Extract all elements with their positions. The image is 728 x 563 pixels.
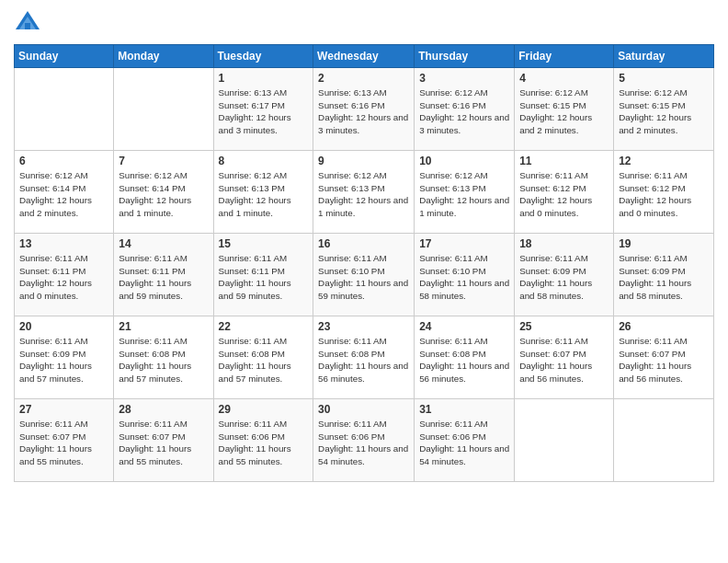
- day-number: 28: [119, 403, 208, 416]
- calendar-cell: 19Sunrise: 6:11 AM Sunset: 6:09 PM Dayli…: [614, 234, 714, 316]
- day-info: Sunrise: 6:12 AM Sunset: 6:13 PM Dayligh…: [318, 169, 409, 220]
- weekday-header-row: SundayMondayTuesdayWednesdayThursdayFrid…: [15, 45, 714, 68]
- day-info: Sunrise: 6:11 AM Sunset: 6:12 PM Dayligh…: [619, 169, 709, 220]
- day-info: Sunrise: 6:11 AM Sunset: 6:09 PM Dayligh…: [619, 252, 709, 303]
- calendar-cell: 30Sunrise: 6:11 AM Sunset: 6:06 PM Dayli…: [313, 399, 415, 482]
- calendar-cell: 22Sunrise: 6:11 AM Sunset: 6:08 PM Dayli…: [213, 316, 313, 399]
- day-info: Sunrise: 6:12 AM Sunset: 6:13 PM Dayligh…: [419, 169, 509, 220]
- day-info: Sunrise: 6:12 AM Sunset: 6:16 PM Dayligh…: [419, 86, 509, 137]
- day-number: 12: [619, 155, 709, 167]
- calendar-cell: 12Sunrise: 6:11 AM Sunset: 6:12 PM Dayli…: [614, 151, 714, 234]
- calendar-cell: 28Sunrise: 6:11 AM Sunset: 6:07 PM Dayli…: [114, 399, 213, 482]
- day-info: Sunrise: 6:11 AM Sunset: 6:08 PM Dayligh…: [119, 335, 208, 385]
- day-number: 26: [619, 320, 709, 333]
- day-info: Sunrise: 6:12 AM Sunset: 6:14 PM Dayligh…: [19, 169, 108, 220]
- svg-rect-2: [25, 23, 30, 29]
- day-info: Sunrise: 6:12 AM Sunset: 6:14 PM Dayligh…: [119, 169, 208, 220]
- day-info: Sunrise: 6:12 AM Sunset: 6:15 PM Dayligh…: [619, 86, 709, 137]
- calendar-cell: 10Sunrise: 6:12 AM Sunset: 6:13 PM Dayli…: [415, 151, 515, 234]
- calendar-cell: 1Sunrise: 6:13 AM Sunset: 6:17 PM Daylig…: [213, 68, 313, 151]
- day-info: Sunrise: 6:11 AM Sunset: 6:08 PM Dayligh…: [318, 335, 409, 385]
- day-info: Sunrise: 6:11 AM Sunset: 6:08 PM Dayligh…: [219, 335, 309, 385]
- day-number: 8: [219, 155, 309, 167]
- calendar-cell: [614, 399, 714, 482]
- calendar-cell: 21Sunrise: 6:11 AM Sunset: 6:08 PM Dayli…: [114, 316, 213, 399]
- day-number: 3: [419, 72, 509, 85]
- day-number: 9: [318, 155, 409, 167]
- day-info: Sunrise: 6:11 AM Sunset: 6:09 PM Dayligh…: [19, 335, 108, 385]
- calendar-cell: 25Sunrise: 6:11 AM Sunset: 6:07 PM Dayli…: [515, 316, 614, 399]
- weekday-header-saturday: Saturday: [614, 45, 714, 68]
- day-number: 19: [619, 237, 709, 250]
- weekday-header-thursday: Thursday: [415, 45, 515, 68]
- weekday-header-sunday: Sunday: [15, 45, 114, 68]
- day-info: Sunrise: 6:12 AM Sunset: 6:13 PM Dayligh…: [219, 169, 309, 220]
- day-number: 10: [419, 155, 509, 167]
- calendar-cell: 4Sunrise: 6:12 AM Sunset: 6:15 PM Daylig…: [515, 68, 614, 151]
- day-number: 6: [19, 155, 108, 167]
- calendar-cell: 15Sunrise: 6:11 AM Sunset: 6:11 PM Dayli…: [213, 234, 313, 316]
- calendar-cell: [515, 399, 614, 482]
- day-info: Sunrise: 6:11 AM Sunset: 6:06 PM Dayligh…: [318, 418, 409, 468]
- day-info: Sunrise: 6:12 AM Sunset: 6:15 PM Dayligh…: [519, 86, 609, 137]
- calendar-cell: 3Sunrise: 6:12 AM Sunset: 6:16 PM Daylig…: [415, 68, 515, 151]
- day-number: 27: [19, 403, 108, 416]
- weekday-header-wednesday: Wednesday: [313, 45, 415, 68]
- day-info: Sunrise: 6:11 AM Sunset: 6:11 PM Dayligh…: [119, 252, 208, 303]
- calendar-cell: 8Sunrise: 6:12 AM Sunset: 6:13 PM Daylig…: [213, 151, 313, 234]
- day-info: Sunrise: 6:11 AM Sunset: 6:07 PM Dayligh…: [519, 335, 609, 385]
- day-number: 18: [519, 237, 609, 250]
- calendar-cell: 14Sunrise: 6:11 AM Sunset: 6:11 PM Dayli…: [114, 234, 213, 316]
- day-number: 5: [619, 72, 709, 85]
- day-number: 1: [219, 72, 309, 85]
- calendar-table: SundayMondayTuesdayWednesdayThursdayFrid…: [14, 44, 714, 482]
- calendar-cell: 26Sunrise: 6:11 AM Sunset: 6:07 PM Dayli…: [614, 316, 714, 399]
- day-info: Sunrise: 6:11 AM Sunset: 6:08 PM Dayligh…: [419, 335, 509, 385]
- day-number: 7: [119, 155, 208, 167]
- day-number: 31: [419, 403, 509, 416]
- day-number: 17: [419, 237, 509, 250]
- day-number: 21: [119, 320, 208, 333]
- day-number: 25: [519, 320, 609, 333]
- calendar-cell: 7Sunrise: 6:12 AM Sunset: 6:14 PM Daylig…: [114, 151, 213, 234]
- day-number: 15: [219, 237, 309, 250]
- calendar-cell: [15, 68, 114, 151]
- calendar-cell: 11Sunrise: 6:11 AM Sunset: 6:12 PM Dayli…: [515, 151, 614, 234]
- day-number: 11: [519, 155, 609, 167]
- day-info: Sunrise: 6:11 AM Sunset: 6:10 PM Dayligh…: [318, 252, 409, 303]
- logo-icon: [14, 9, 41, 37]
- calendar-cell: 6Sunrise: 6:12 AM Sunset: 6:14 PM Daylig…: [15, 151, 114, 234]
- calendar-cell: 18Sunrise: 6:11 AM Sunset: 6:09 PM Dayli…: [515, 234, 614, 316]
- calendar-cell: 23Sunrise: 6:11 AM Sunset: 6:08 PM Dayli…: [313, 316, 415, 399]
- calendar-cell: 2Sunrise: 6:13 AM Sunset: 6:16 PM Daylig…: [313, 68, 415, 151]
- day-number: 24: [419, 320, 509, 333]
- day-info: Sunrise: 6:11 AM Sunset: 6:07 PM Dayligh…: [119, 418, 208, 468]
- day-info: Sunrise: 6:11 AM Sunset: 6:10 PM Dayligh…: [419, 252, 509, 303]
- calendar-cell: 27Sunrise: 6:11 AM Sunset: 6:07 PM Dayli…: [15, 399, 114, 482]
- calendar-cell: 31Sunrise: 6:11 AM Sunset: 6:06 PM Dayli…: [415, 399, 515, 482]
- calendar-cell: 29Sunrise: 6:11 AM Sunset: 6:06 PM Dayli…: [213, 399, 313, 482]
- calendar-cell: 17Sunrise: 6:11 AM Sunset: 6:10 PM Dayli…: [415, 234, 515, 316]
- day-info: Sunrise: 6:13 AM Sunset: 6:16 PM Dayligh…: [318, 86, 409, 137]
- calendar-week-row: 20Sunrise: 6:11 AM Sunset: 6:09 PM Dayli…: [15, 316, 714, 399]
- day-number: 16: [318, 237, 409, 250]
- calendar-cell: 20Sunrise: 6:11 AM Sunset: 6:09 PM Dayli…: [15, 316, 114, 399]
- calendar-cell: 16Sunrise: 6:11 AM Sunset: 6:10 PM Dayli…: [313, 234, 415, 316]
- day-info: Sunrise: 6:11 AM Sunset: 6:11 PM Dayligh…: [19, 252, 108, 303]
- day-number: 14: [119, 237, 208, 250]
- calendar-week-row: 13Sunrise: 6:11 AM Sunset: 6:11 PM Dayli…: [15, 234, 714, 316]
- day-number: 13: [19, 237, 108, 250]
- weekday-header-monday: Monday: [114, 45, 213, 68]
- weekday-header-friday: Friday: [515, 45, 614, 68]
- calendar-week-row: 1Sunrise: 6:13 AM Sunset: 6:17 PM Daylig…: [15, 68, 714, 151]
- day-number: 23: [318, 320, 409, 333]
- day-info: Sunrise: 6:11 AM Sunset: 6:12 PM Dayligh…: [519, 169, 609, 220]
- day-info: Sunrise: 6:13 AM Sunset: 6:17 PM Dayligh…: [219, 86, 309, 137]
- day-info: Sunrise: 6:11 AM Sunset: 6:06 PM Dayligh…: [219, 418, 309, 468]
- day-number: 2: [318, 72, 409, 85]
- day-info: Sunrise: 6:11 AM Sunset: 6:09 PM Dayligh…: [519, 252, 609, 303]
- day-number: 29: [219, 403, 309, 416]
- calendar-week-row: 6Sunrise: 6:12 AM Sunset: 6:14 PM Daylig…: [15, 151, 714, 234]
- calendar-cell: 5Sunrise: 6:12 AM Sunset: 6:15 PM Daylig…: [614, 68, 714, 151]
- logo: [14, 9, 45, 37]
